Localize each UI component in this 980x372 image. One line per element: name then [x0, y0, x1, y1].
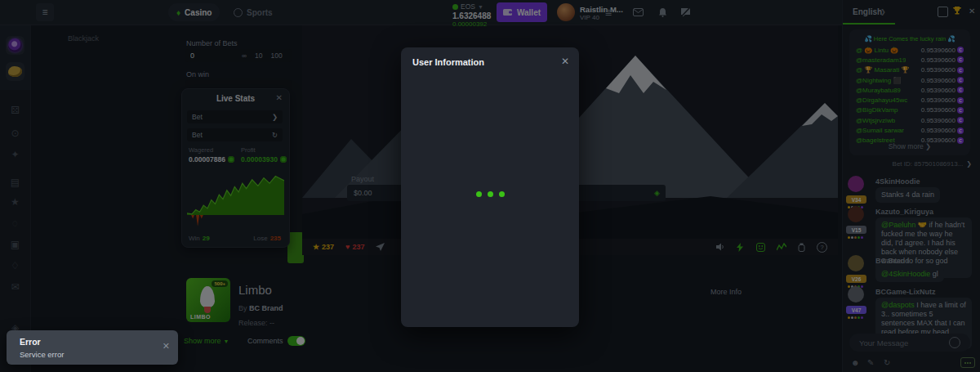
toast-close-icon[interactable]: ✕: [163, 341, 170, 352]
modal-close-icon[interactable]: ✕: [561, 56, 569, 67]
modal-title: User Information: [412, 57, 484, 67]
error-toast: Error Service error ✕: [7, 330, 178, 365]
user-information-modal: User Information ✕: [401, 47, 579, 327]
loading-dots: [401, 191, 579, 197]
toast-message: Service error: [20, 350, 64, 359]
toast-title: Error: [20, 337, 41, 347]
app-root: ≡ ♦ Casino Sports EOS ▼ 1.6326488 0.0000…: [0, 0, 980, 372]
